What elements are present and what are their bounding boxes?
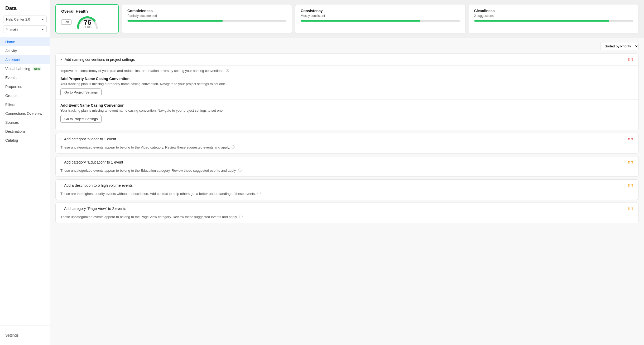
sidebar-item-catalog[interactable]: Catalog [0, 136, 50, 145]
sidebar-bottom: Settings [0, 325, 50, 340]
info-icon-naming: ⓘ [226, 68, 229, 73]
new-badge: New [32, 67, 42, 71]
section-pageview-title: Add category "Page View" to 2 events [64, 206, 126, 211]
consistency-fill [301, 20, 420, 22]
section-video-desc-row: These uncategorized events appear to bel… [56, 145, 638, 153]
section-education-category: › Add category "Education" to 1 event ⬆⬆… [55, 156, 639, 177]
section-pageview-category: › Add category "Page View" to 2 events ⬆… [55, 203, 639, 223]
section-video-title: Add category "Video" to 1 event [64, 137, 116, 141]
section-education-title: Add category "Education" to 1 event [64, 160, 123, 164]
overall-health-title: Overall Health [61, 9, 113, 13]
completeness-title: Completeness [127, 9, 286, 13]
consistency-track [301, 20, 460, 22]
health-score: 76 [84, 18, 91, 26]
sidebar-item-assistant[interactable]: Assistant [0, 55, 50, 64]
completeness-sub: Partially documented [127, 14, 286, 18]
sidebar-item-connections[interactable]: Connections Overview [0, 109, 50, 118]
section-video-left: › Add category "Video" to 1 event [60, 137, 116, 141]
section-video-desc: These uncategorized events appear to bel… [60, 145, 230, 149]
consistency-title: Consistency [301, 9, 460, 13]
completeness-track [127, 20, 286, 22]
main-nav: Home Activity Assistant Visual Labeling … [0, 37, 50, 145]
workspace-label: Help Center 2.0 [6, 17, 30, 21]
section-education-desc-row: These uncategorized events appear to bel… [56, 168, 638, 176]
main-content: Overall Health Fair 76 of 100 [50, 0, 644, 345]
info-icon-video: ⓘ [232, 145, 235, 150]
chevron-right-icon-education: › [60, 160, 61, 164]
section-pageview-left: › Add category "Page View" to 2 events [60, 206, 126, 211]
sidebar-item-activity[interactable]: Activity [0, 46, 50, 55]
section-description-events: › Add a description to 5 high volume eve… [55, 179, 639, 200]
workspace-dropdown[interactable]: Help Center 2.0 ▾ [3, 16, 47, 23]
section-naming-conventions: ▾ Add naming conventions in project sett… [55, 53, 639, 130]
branch-label: main [10, 27, 18, 31]
fair-badge: Fair [61, 19, 71, 25]
sidebar-item-filters[interactable]: Filters [0, 100, 50, 109]
sidebar-item-events[interactable]: Events [0, 73, 50, 82]
cleanliness-track [474, 20, 633, 22]
medium-priority-icon-education: ⬆⬆ [627, 160, 634, 164]
consistency-sub: Mostly consistent [301, 14, 460, 18]
section-description-desc-row: These are the highest priority events wi… [56, 191, 638, 200]
sidebar-item-settings[interactable]: Settings [0, 331, 50, 340]
chevron-down-icon-branch: ▾ [42, 27, 44, 31]
gauge: 76 of 100 [76, 16, 99, 29]
cleanliness-sub: 2 suggestions [474, 14, 633, 18]
section-description-header[interactable]: › Add a description to 5 high volume eve… [56, 180, 638, 191]
info-icon-description: ⓘ [257, 191, 261, 196]
go-to-settings-button-2[interactable]: Go to Project Settings [60, 115, 102, 123]
subsection-event-title: Add Event Name Casing Convention [60, 103, 634, 107]
section-video-category: › Add category "Video" to 1 event ⬆⬆ The… [55, 133, 639, 154]
overall-health-body: Fair 76 of 100 [61, 16, 113, 29]
cleanliness-title: Cleanliness [474, 9, 633, 13]
subsection-property-desc: Your tracking plan is missing a property… [60, 82, 634, 86]
section-education-header[interactable]: › Add category "Education" to 1 event ⬆⬆ [56, 156, 638, 168]
section-naming-body: Improve the consistency of your plan and… [56, 65, 638, 130]
cleanliness-fill [474, 20, 609, 22]
subsection-event-casing: Add Event Name Casing Convention Your tr… [60, 100, 634, 123]
high-priority-icon-video: ⬆⬆ [627, 137, 634, 141]
section-naming-desc: Improve the consistency of your plan and… [60, 66, 634, 73]
completeness-fill [127, 20, 223, 22]
subsection-event-desc: Your tracking plan is missing an event n… [60, 109, 634, 112]
high-priority-icon-naming: ⬆⬆ [627, 57, 634, 62]
sort-row: Sorted by Priority [55, 42, 639, 50]
medium-priority-icon-pageview: ⬆⬆ [627, 206, 634, 211]
sidebar-item-destinations[interactable]: Destinations [0, 127, 50, 136]
sidebar: Data Help Center 2.0 ▾ ⑂ main ▾ Home Act… [0, 0, 50, 345]
sidebar-item-groups[interactable]: Groups [0, 91, 50, 100]
go-to-settings-button-1[interactable]: Go to Project Settings [60, 88, 102, 96]
visual-labeling-label: Visual Labeling [5, 67, 30, 71]
sort-select[interactable]: Sorted by Priority [600, 42, 639, 50]
app-title: Data [0, 5, 50, 16]
completeness-card: Completeness Partially documented [122, 4, 292, 33]
gauge-text: 76 of 100 [83, 18, 92, 29]
suggestions-content: Sorted by Priority ▾ Add naming conventi… [50, 38, 644, 230]
branch-dropdown[interactable]: ⑂ main ▾ [3, 25, 47, 33]
medium-priority-icon-description: ⬆⬆ [627, 183, 634, 188]
chevron-right-icon-video: › [60, 137, 61, 141]
section-naming-header[interactable]: ▾ Add naming conventions in project sett… [56, 54, 638, 65]
chevron-right-icon-pageview: › [60, 207, 61, 210]
section-description-desc: These are the highest priority events wi… [60, 192, 256, 196]
consistency-card: Consistency Mostly consistent [295, 4, 465, 33]
section-naming-left: ▾ Add naming conventions in project sett… [60, 57, 135, 62]
chevron-down-icon-naming: ▾ [60, 58, 62, 61]
section-video-header[interactable]: › Add category "Video" to 1 event ⬆⬆ [56, 133, 638, 145]
chevron-down-icon: ▾ [42, 17, 44, 21]
health-cards-row: Overall Health Fair 76 of 100 [50, 0, 644, 38]
branch-icon: ⑂ [6, 27, 8, 31]
sidebar-item-properties[interactable]: Properties [0, 82, 50, 91]
info-icon-education: ⓘ [238, 168, 242, 173]
section-education-desc: These uncategorized events appear to bel… [60, 169, 237, 172]
section-description-left: › Add a description to 5 high volume eve… [60, 183, 133, 188]
sidebar-item-sources[interactable]: Sources [0, 118, 50, 127]
section-pageview-header[interactable]: › Add category "Page View" to 2 events ⬆… [56, 203, 638, 214]
section-pageview-desc-row: These uncategorized events appear to bel… [56, 214, 638, 223]
subsection-property-title: Add Property Name Casing Convention [60, 77, 634, 81]
sidebar-item-visual-labeling[interactable]: Visual Labeling New [0, 64, 50, 73]
section-education-left: › Add category "Education" to 1 event [60, 160, 123, 164]
overall-health-card: Overall Health Fair 76 of 100 [55, 4, 119, 33]
sidebar-item-home[interactable]: Home [0, 37, 50, 46]
section-description-title: Add a description to 5 high volume event… [64, 183, 133, 188]
